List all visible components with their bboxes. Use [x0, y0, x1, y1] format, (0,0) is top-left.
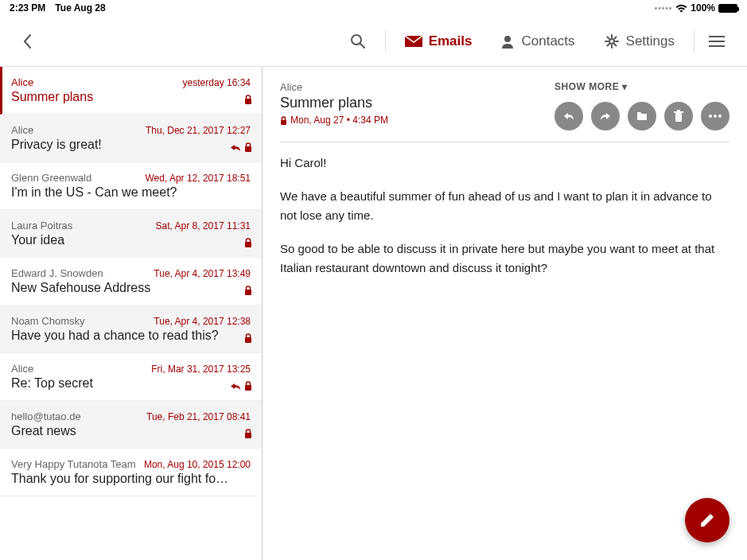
mail-item[interactable]: AliceFri, Mar 31, 2017 13:25Re: Top secr… — [0, 353, 262, 401]
mail-item[interactable]: Aliceyesterday 16:34Summer plans — [0, 67, 262, 115]
svg-rect-15 — [281, 120, 286, 125]
nav-settings-label: Settings — [626, 33, 675, 49]
svg-rect-17 — [674, 111, 683, 113]
mail-sender: hello@tutao.de — [11, 410, 81, 422]
lock-icon — [280, 116, 287, 125]
mail-item[interactable]: AliceThu, Dec 21, 2017 12:27Privacy is g… — [0, 115, 262, 162]
mail-date: Tue, Apr 4, 2017 13:49 — [154, 268, 251, 279]
svg-rect-18 — [677, 110, 680, 111]
mail-date: Mon, Aug 10, 2015 12:00 — [144, 459, 251, 470]
svg-point-0 — [352, 35, 361, 45]
mail-subject: Privacy is great! — [11, 138, 251, 152]
mail-date: Tue, Feb 21, 2017 08:41 — [146, 411, 251, 422]
divider — [694, 30, 694, 52]
body-paragraph: We have a beautiful summer of fun ahead … — [280, 187, 729, 225]
svg-rect-16 — [675, 113, 682, 122]
divider — [280, 142, 729, 142]
status-date: Tue Aug 28 — [55, 2, 105, 14]
mail-item[interactable]: Noam ChomskyTue, Apr 4, 2017 12:38Have y… — [0, 305, 262, 353]
gear-icon — [604, 33, 620, 49]
mail-body: Hi Carol!We have a beautiful summer of f… — [280, 154, 729, 278]
svg-rect-10 — [245, 242, 251, 247]
mail-subject: Re: Top secret — [11, 376, 251, 391]
mail-sender: Alice — [11, 363, 33, 375]
wifi-icon — [675, 4, 687, 13]
mail-subject: Have you had a chance to read this? — [11, 329, 251, 343]
divider — [385, 30, 386, 52]
mail-subject: Your idea — [11, 233, 251, 247]
svg-rect-13 — [245, 385, 251, 391]
mail-list[interactable]: Aliceyesterday 16:34Summer plansAliceThu… — [0, 67, 263, 560]
lock-icon — [244, 429, 252, 438]
svg-rect-12 — [245, 337, 251, 343]
nav-emails[interactable]: Emails — [391, 27, 487, 56]
mail-sender: Noam Chomsky — [11, 315, 84, 327]
menu-button[interactable] — [699, 29, 734, 54]
mail-item[interactable]: Glenn GreenwaldWed, Apr 12, 2017 18:51I'… — [0, 162, 262, 210]
mail-sender: Alice — [11, 76, 33, 88]
lock-icon — [244, 95, 252, 104]
svg-point-4 — [609, 39, 614, 44]
signal-icon: ••••• — [655, 4, 673, 13]
mail-date: yesterday 16:34 — [183, 77, 251, 88]
svg-point-3 — [504, 36, 511, 42]
nav-contacts-label: Contacts — [521, 33, 574, 49]
chevron-down-icon: ▾ — [622, 81, 628, 92]
mail-item[interactable]: Laura PoitrasSat, Apr 8, 2017 11:31Your … — [0, 210, 262, 258]
body-paragraph: So good to be able to discuss it in priv… — [280, 239, 729, 278]
mail-sender: Very Happy Tutanota Team — [11, 458, 136, 470]
battery-pct: 100% — [691, 2, 715, 14]
mail-date: Wed, Apr 12, 2017 18:51 — [145, 173, 251, 184]
status-bar: 2:23 PM Tue Aug 28 ••••• 100% — [0, 0, 747, 16]
show-more-label: SHOW MORE — [554, 81, 619, 92]
compose-button[interactable] — [685, 498, 729, 542]
back-button[interactable] — [13, 27, 41, 56]
svg-point-19 — [709, 115, 712, 118]
reply-icon — [230, 143, 241, 152]
mail-icon — [405, 36, 422, 47]
svg-point-21 — [718, 115, 722, 118]
main-content: Aliceyesterday 16:34Summer plansAliceThu… — [0, 67, 747, 560]
detail-date: Mon, Aug 27 • 4:34 PM — [290, 115, 388, 126]
lock-icon — [244, 142, 252, 152]
detail-from: Alice — [280, 81, 388, 93]
mail-sender: Glenn Greenwald — [11, 172, 91, 184]
forward-button[interactable] — [591, 102, 620, 130]
svg-rect-14 — [245, 433, 251, 438]
mail-item[interactable]: hello@tutao.deTue, Feb 21, 2017 08:41Gre… — [0, 401, 262, 449]
lock-icon — [244, 286, 252, 295]
mail-subject: Thank you for supporting our fight for p… — [11, 472, 251, 486]
svg-line-1 — [360, 44, 364, 48]
mail-sender: Laura Poitras — [11, 220, 72, 231]
svg-rect-8 — [245, 99, 251, 104]
lock-icon — [244, 238, 252, 247]
archive-button[interactable] — [628, 102, 656, 130]
mail-item[interactable]: Edward J. SnowdenTue, Apr 4, 2017 13:49N… — [0, 258, 262, 305]
nav-contacts[interactable]: Contacts — [486, 27, 589, 56]
show-more-button[interactable]: SHOW MORE ▾ — [554, 81, 729, 92]
lock-icon — [244, 333, 252, 343]
mail-date: Tue, Apr 4, 2017 12:38 — [154, 316, 251, 327]
mail-subject: I'm in the US - Can we meet? — [11, 185, 251, 200]
lock-icon — [244, 381, 252, 391]
more-button[interactable] — [701, 102, 729, 130]
detail-meta: Mon, Aug 27 • 4:34 PM — [280, 115, 388, 126]
mail-date: Fri, Mar 31, 2017 13:25 — [151, 364, 251, 375]
reply-button[interactable] — [554, 102, 583, 130]
reply-icon — [230, 382, 241, 391]
svg-rect-11 — [245, 290, 251, 295]
search-button[interactable] — [336, 27, 380, 56]
nav-settings[interactable]: Settings — [589, 27, 689, 56]
mail-item[interactable]: Very Happy Tutanota TeamMon, Aug 10, 201… — [0, 449, 262, 496]
delete-button[interactable] — [664, 102, 693, 130]
mail-subject: New Safehouse Address — [11, 281, 251, 295]
top-bar: Emails Contacts Settings — [0, 16, 747, 67]
mail-date: Thu, Dec 21, 2017 12:27 — [146, 125, 251, 136]
mail-date: Sat, Apr 8, 2017 11:31 — [156, 220, 251, 231]
mail-sender: Alice — [11, 124, 33, 136]
mail-subject: Summer plans — [11, 90, 251, 104]
person-icon — [500, 34, 515, 49]
mail-sender: Edward J. Snowden — [11, 267, 103, 279]
svg-rect-9 — [245, 146, 251, 152]
body-paragraph: Hi Carol! — [280, 154, 729, 173]
